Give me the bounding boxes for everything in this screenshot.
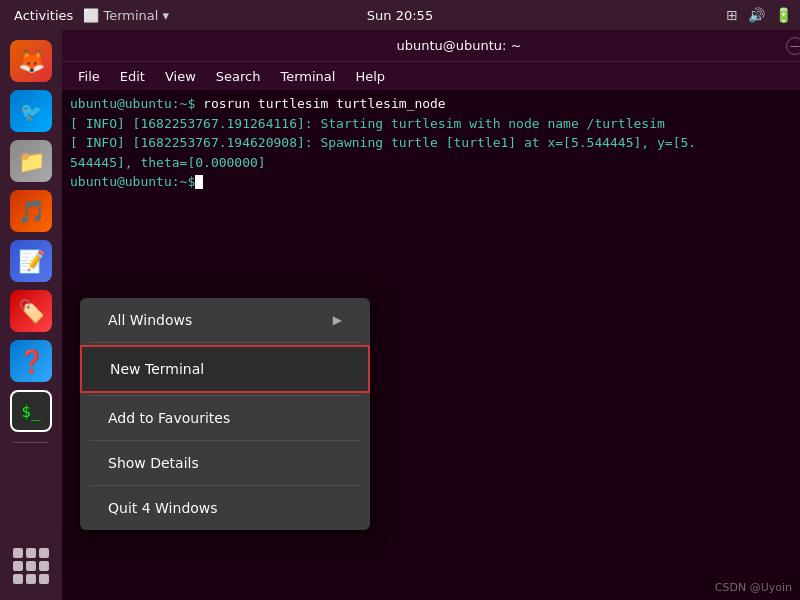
dock-thunderbird[interactable]: 🐦 (10, 90, 52, 132)
battery-icon[interactable]: 🔋 (775, 7, 792, 23)
menu-terminal[interactable]: Terminal (272, 67, 343, 86)
submenu-arrow-icon: ▶ (333, 313, 342, 327)
context-menu: All Windows ▶ New Terminal Add to Favour… (80, 298, 370, 530)
terminal-output[interactable]: ubuntu@ubuntu:~$ rosrun turtlesim turtle… (62, 90, 800, 290)
ctx-divider-1 (90, 342, 360, 343)
terminal-line-2: [ INFO] [1682253767.191264116]: Starting… (70, 114, 800, 134)
watermark: CSDN @Uyoin (715, 581, 792, 594)
ctx-add-favourites[interactable]: Add to Favourites (80, 396, 370, 440)
terminal-titlebar: ubuntu@ubuntu: ~ — □ ✕ (62, 30, 800, 62)
main-area: ubuntu@ubuntu: ~ — □ ✕ File Edit View Se… (62, 30, 800, 600)
dock-terminal[interactable]: $_ (10, 390, 52, 432)
terminal-line-5: ubuntu@ubuntu:~$ (70, 172, 800, 192)
activities-button[interactable]: Activities (8, 6, 79, 25)
topbar-clock: Sun 20:55 (367, 8, 433, 23)
terminal-line-4: 544445], theta=[0.000000] (70, 153, 800, 173)
ctx-new-terminal[interactable]: New Terminal (80, 345, 370, 393)
terminal-title: ubuntu@ubuntu: ~ (132, 38, 786, 53)
ctx-quit[interactable]: Quit 4 Windows (80, 486, 370, 530)
menu-edit[interactable]: Edit (112, 67, 153, 86)
dock-synaptic[interactable]: 🏷️ (10, 290, 52, 332)
terminal-line-3: [ INFO] [1682253767.194620908]: Spawning… (70, 133, 800, 153)
dock-files[interactable]: 📁 (10, 140, 52, 182)
dock-separator (13, 442, 49, 443)
dock-firefox[interactable]: 🦊 (10, 40, 52, 82)
terminal-line-1: ubuntu@ubuntu:~$ rosrun turtlesim turtle… (70, 94, 800, 114)
terminal-menubar: File Edit View Search Terminal Help (62, 62, 800, 90)
topbar-left: Activities ⬜ Terminal ▾ (8, 6, 169, 25)
menu-help[interactable]: Help (347, 67, 393, 86)
menu-view[interactable]: View (157, 67, 204, 86)
terminal-indicator: ⬜ Terminal ▾ (83, 8, 169, 23)
volume-icon[interactable]: 🔊 (748, 7, 765, 23)
network-icon[interactable]: ⊞ (726, 7, 738, 23)
minimize-button[interactable]: — (786, 37, 800, 55)
terminal-cursor (195, 175, 203, 189)
menu-search[interactable]: Search (208, 67, 269, 86)
menu-file[interactable]: File (70, 67, 108, 86)
topbar-right: ⊞ 🔊 🔋 (726, 7, 792, 23)
dock-apps-grid[interactable] (13, 548, 49, 584)
dock-writer[interactable]: 📝 (10, 240, 52, 282)
topbar: Activities ⬜ Terminal ▾ Sun 20:55 ⊞ 🔊 🔋 (0, 0, 800, 30)
ctx-all-windows[interactable]: All Windows ▶ (80, 298, 370, 342)
window-controls: — □ ✕ (786, 37, 800, 55)
dock-help[interactable]: ❓ (10, 340, 52, 382)
ctx-show-details[interactable]: Show Details (80, 441, 370, 485)
dock-rhythmbox[interactable]: 🎵 (10, 190, 52, 232)
app-dock: 🦊 🐦 📁 🎵 📝 🏷️ ❓ $_ (0, 30, 62, 600)
